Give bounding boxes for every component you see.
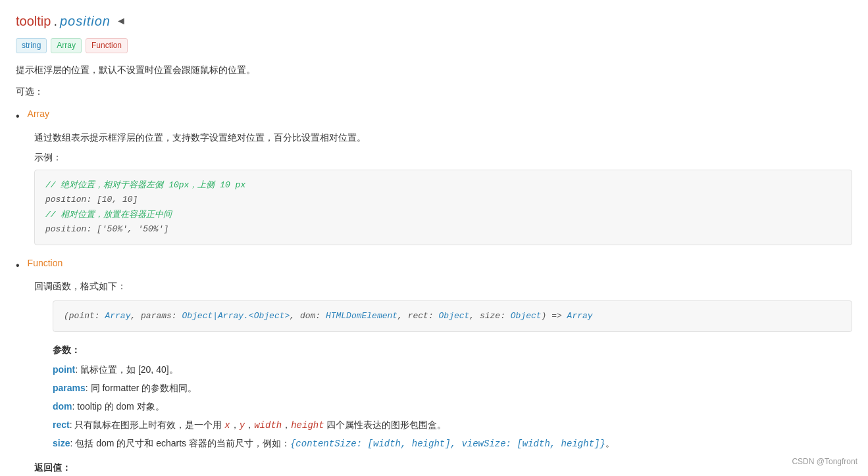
param-params: params: 同 formatter 的参数相同。 <box>53 381 852 396</box>
example-label: 示例： <box>34 150 852 164</box>
array-section: • Array 通过数组表示提示框浮层的位置，支持数字设置绝对位置，百分比设置相… <box>16 107 852 245</box>
param-size: size: 包括 dom 的尺寸和 echarts 容器的当前尺寸，例如：{co… <box>53 436 852 452</box>
badge-function: Function <box>86 38 128 53</box>
code-line-1: // 绝对位置，相对于容器左侧 10px，上侧 10 px <box>45 178 841 193</box>
description: 提示框浮层的位置，默认不设置时位置会跟随鼠标的位置。 <box>16 62 852 77</box>
params-title: 参数： <box>53 343 852 357</box>
param-dom: dom: tooltip 的 dom 对象。 <box>53 399 852 415</box>
array-desc: 通过数组表示提示框浮层的位置，支持数字设置绝对位置，百分比设置相对位置。 <box>34 130 852 145</box>
badge-array: Array <box>51 38 82 53</box>
array-label: Array <box>28 107 49 121</box>
title-line: tooltip . position ◄ <box>16 11 852 32</box>
function-section: • Function 回调函数，格式如下： (point: Array, par… <box>16 256 852 476</box>
watermark: CSDN @Tongfront <box>792 456 857 468</box>
return-title: 返回值： <box>34 460 852 475</box>
code-line-3: // 相对位置，放置在容器正中间 <box>45 208 841 222</box>
signature-text: (point: Array, params: Object|Array.<Obj… <box>64 311 593 321</box>
arrow-icon: ◄ <box>116 12 126 30</box>
title-position: position <box>60 11 111 32</box>
bullet-dot-function: • <box>16 257 20 274</box>
params-section: 参数： point: 鼠标位置，如 [20, 40]。 params: 同 fo… <box>53 343 852 452</box>
param-point: point: 鼠标位置，如 [20, 40]。 <box>53 362 852 378</box>
param-rect: rect: 只有鼠标在图形上时有效，是一个用 x，y，width，height … <box>53 417 852 434</box>
title-dot: . <box>53 11 57 32</box>
array-bullet-item: • Array <box>16 107 852 125</box>
callback-desc: 回调函数，格式如下： <box>34 279 852 293</box>
badge-string: string <box>16 38 47 53</box>
title-tooltip: tooltip <box>16 11 51 32</box>
function-content: 回调函数，格式如下： (point: Array, params: Object… <box>34 279 852 476</box>
code-line-4: position: ['50%', '50%'] <box>45 222 841 237</box>
function-signature-block: (point: Array, params: Object|Array.<Obj… <box>53 300 852 332</box>
bullet-dot-array: • <box>16 108 20 125</box>
code-line-2: position: [10, 10] <box>45 193 841 207</box>
badges-container: string Array Function <box>16 38 852 53</box>
optional-label: 可选： <box>16 84 852 99</box>
function-label: Function <box>28 256 63 270</box>
return-section: 返回值： 可以是一个表示 tooltip 位置的数组，数组值可以是绝对的像素值，… <box>34 460 852 476</box>
array-code-block: // 绝对位置，相对于容器左侧 10px，上侧 10 px position: … <box>34 170 852 245</box>
function-bullet-item: • Function <box>16 256 852 274</box>
